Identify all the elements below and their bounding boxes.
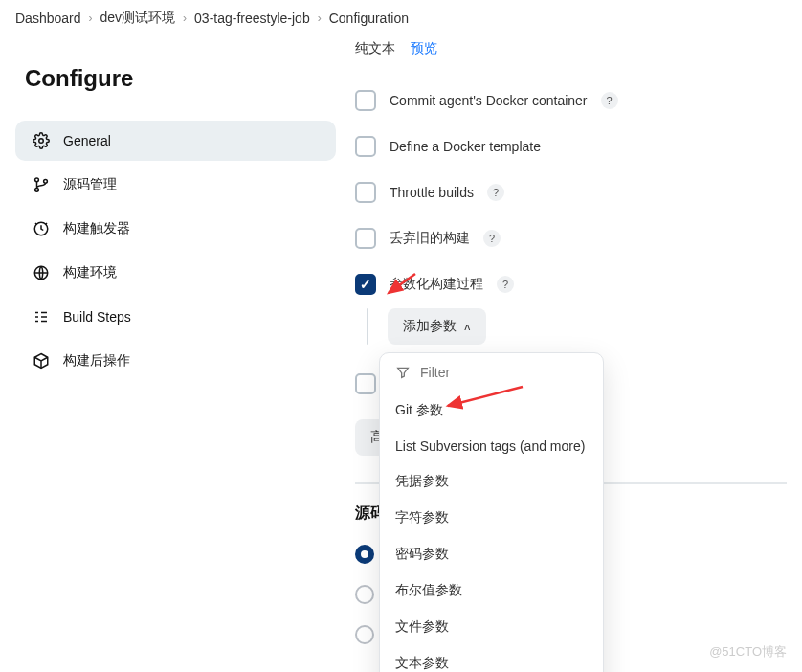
breadcrumb: Dashboard › dev测试环境 › 03-tag-freestyle-j… (0, 0, 802, 36)
option-label: Commit agent's Docker container (390, 93, 588, 108)
option-label: Define a Docker template (390, 139, 541, 154)
tab-preview[interactable]: 预览 (411, 40, 437, 57)
checkbox-discard-old[interactable] (355, 228, 376, 249)
filter-placeholder: Filter (420, 365, 450, 380)
gear-icon (33, 132, 50, 149)
option-docker-template: Define a Docker template (355, 136, 787, 157)
sidebar-item-general[interactable]: General (15, 121, 336, 161)
page-title: Configure (25, 65, 336, 92)
radio-scm-option[interactable] (355, 625, 374, 644)
option-label: 参数化构建过程 (390, 276, 483, 293)
breadcrumb-item[interactable]: dev测试环境 (100, 10, 176, 27)
option-parameterized: 参数化构建过程 ? (355, 274, 787, 295)
chevron-right-icon: › (318, 11, 322, 25)
breadcrumb-item[interactable]: 03-tag-freestyle-job (194, 11, 310, 26)
filter-icon (395, 365, 411, 380)
svg-point-2 (35, 188, 39, 191)
checkbox-docker-template[interactable] (355, 136, 376, 157)
sidebar-item-label: General (63, 133, 111, 148)
parameterized-block: 添加参数 ʌ (367, 308, 787, 345)
help-icon[interactable]: ? (601, 92, 618, 109)
chevron-right-icon: › (183, 11, 187, 25)
dropdown-item-string[interactable]: 字符参数 (380, 500, 603, 536)
option-label: Throttle builds (390, 185, 474, 200)
help-icon[interactable]: ? (497, 276, 514, 293)
chevron-up-icon: ʌ (464, 321, 471, 333)
option-discard-old: 丢弃旧的构建 ? (355, 228, 787, 249)
watermark: @51CTO博客 (709, 643, 787, 661)
option-commit-docker: Commit agent's Docker container ? (355, 90, 787, 111)
sidebar-item-post-build[interactable]: 构建后操作 (15, 341, 336, 381)
dropdown-item-password[interactable]: 密码参数 (380, 536, 603, 572)
add-parameter-button[interactable]: 添加参数 ʌ (388, 308, 486, 345)
dropdown-item-text[interactable]: 文本参数 (380, 645, 603, 672)
sidebar-item-scm[interactable]: 源码管理 (15, 165, 336, 205)
sidebar-item-label: 源码管理 (63, 176, 117, 193)
svg-point-1 (35, 178, 39, 182)
dropdown-item-svn-tags[interactable]: List Subversion tags (and more) (380, 429, 603, 463)
breadcrumb-item[interactable]: Configuration (329, 11, 409, 26)
sidebar-item-label: 构建环境 (63, 264, 117, 281)
dropdown-filter[interactable]: Filter (380, 353, 603, 392)
dropdown-item-credentials[interactable]: 凭据参数 (380, 463, 603, 500)
steps-icon (33, 308, 50, 325)
checkbox-throttle[interactable] (355, 182, 376, 203)
help-icon[interactable]: ? (483, 230, 501, 247)
sidebar-item-environment[interactable]: 构建环境 (15, 253, 336, 293)
dropdown-item-git-parameter[interactable]: Git 参数 (380, 392, 603, 429)
description-tabs: 纯文本 预览 (355, 36, 787, 65)
checkbox-extra[interactable] (355, 373, 376, 394)
help-icon[interactable]: ? (487, 184, 504, 201)
globe-icon (33, 264, 50, 281)
svg-point-0 (39, 139, 44, 144)
chevron-right-icon: › (89, 11, 93, 25)
sidebar-item-build-steps[interactable]: Build Steps (15, 297, 336, 337)
checkbox-parameterized[interactable] (355, 274, 376, 295)
dropdown-item-boolean[interactable]: 布尔值参数 (380, 572, 603, 609)
option-throttle: Throttle builds ? (355, 182, 787, 203)
tab-plaintext[interactable]: 纯文本 (355, 40, 395, 57)
radio-scm-none[interactable] (355, 545, 374, 564)
sidebar-item-label: 构建触发器 (63, 220, 130, 237)
cube-icon (33, 352, 50, 370)
checkbox-commit-docker[interactable] (355, 90, 376, 111)
svg-point-3 (44, 179, 48, 183)
sidebar-item-label: 构建后操作 (63, 352, 130, 370)
add-parameter-dropdown: Filter Git 参数 List Subversion tags (and … (379, 352, 604, 672)
button-label: 添加参数 (403, 318, 457, 335)
breadcrumb-item[interactable]: Dashboard (15, 11, 81, 26)
dropdown-item-file[interactable]: 文件参数 (380, 609, 603, 645)
clock-icon (33, 220, 50, 237)
branch-icon (33, 176, 50, 193)
option-label: 丢弃旧的构建 (390, 230, 470, 247)
sidebar-item-label: Build Steps (63, 309, 131, 325)
radio-scm-option[interactable] (355, 585, 374, 604)
sidebar-item-triggers[interactable]: 构建触发器 (15, 209, 336, 249)
